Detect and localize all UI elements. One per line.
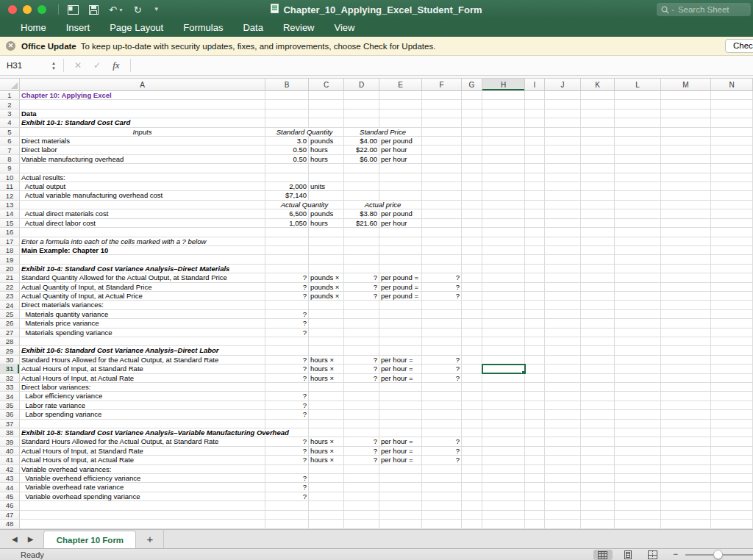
cell-N1[interactable] [711,91,753,99]
cell-K23[interactable] [581,292,615,300]
cell-M40[interactable] [661,447,711,455]
col-header-M[interactable]: M [661,79,711,90]
cell-F33[interactable] [422,383,462,391]
cell-I17[interactable] [525,237,545,245]
cell-F48[interactable] [422,520,462,528]
cell-D47[interactable] [344,511,379,519]
cell-J16[interactable] [545,228,581,236]
cell-M15[interactable] [661,219,711,227]
cell-F44[interactable] [422,483,462,491]
cell-N2[interactable] [711,100,753,108]
cell-E42[interactable] [379,465,422,473]
cell-L13[interactable] [615,201,661,209]
cell-E17[interactable] [379,237,422,245]
row-header-8[interactable]: 8 [0,155,20,163]
row-header-26[interactable]: 26 [0,319,20,327]
cell-G33[interactable] [462,383,482,391]
cell-B20[interactable] [265,265,309,273]
cell-D32[interactable]: ? [344,374,379,382]
cell-E22[interactable]: per pound = [379,283,422,291]
cell-H34[interactable] [482,392,525,400]
cell-J31[interactable] [545,365,581,373]
cell-G4[interactable] [462,118,482,126]
select-all-corner[interactable] [0,79,20,90]
cell-G8[interactable] [462,155,482,163]
cell-N5[interactable] [711,128,753,136]
cell-C15[interactable]: hours [309,219,344,227]
cell-B33[interactable] [265,383,309,391]
cell-G19[interactable] [462,255,482,263]
cell-K5[interactable] [581,128,615,136]
cell-F20[interactable] [422,265,462,273]
cell-K8[interactable] [581,155,615,163]
cell-G15[interactable] [462,219,482,227]
col-header-K[interactable]: K [581,79,615,90]
cell-D44[interactable] [344,483,379,491]
cell-H22[interactable] [482,283,525,291]
cell-J24[interactable] [545,301,581,309]
row-header-24[interactable]: 24 [0,301,20,309]
row-header-3[interactable]: 3 [0,110,20,118]
cell-L5[interactable] [615,128,661,136]
cell-E3[interactable] [379,110,422,118]
cell-K34[interactable] [581,392,615,400]
cell-D19[interactable] [344,255,379,263]
cell-N15[interactable] [711,219,753,227]
cell-I18[interactable] [525,246,545,254]
cell-C11[interactable]: units [309,182,344,190]
cell-L28[interactable] [615,337,661,345]
cell-J18[interactable] [545,246,581,254]
cell-E40[interactable]: per hour = [379,447,422,455]
cell-B27[interactable]: ? [265,329,309,337]
cell-M10[interactable] [661,173,711,182]
cell-B36[interactable]: ? [265,410,309,418]
cell-D1[interactable] [344,91,379,99]
cell-J32[interactable] [545,374,581,382]
cell-N3[interactable] [711,110,753,118]
cell-E20[interactable] [379,265,422,273]
cell-C25[interactable] [309,310,344,318]
cell-B23[interactable]: ? [265,292,309,300]
cell-E24[interactable] [379,301,422,309]
cell-C17[interactable] [309,237,344,245]
cell-F10[interactable] [422,173,462,182]
cell-K9[interactable] [581,164,615,172]
cell-L7[interactable] [615,146,661,154]
row-header-11[interactable]: 11 [0,182,20,190]
cell-A17[interactable]: Enter a formula into each of the cells m… [20,237,265,245]
cell-A22[interactable]: Actual Quantity of Input, at Standard Pr… [20,283,265,291]
cell-D22[interactable]: ? [344,283,379,291]
cell-D40[interactable]: ? [344,447,379,455]
cell-K32[interactable] [581,374,615,382]
cell-M33[interactable] [661,383,711,391]
cell-G9[interactable] [462,164,482,172]
cell-F26[interactable] [422,319,462,327]
cell-B44[interactable]: ? [265,483,309,491]
cell-J39[interactable] [545,437,581,445]
cell-G16[interactable] [462,228,482,236]
cell-M5[interactable] [661,128,711,136]
cell-F22[interactable]: ? [422,283,462,291]
cell-G45[interactable] [462,492,482,500]
cell-E12[interactable] [379,191,422,199]
col-header-A[interactable]: A [20,79,265,90]
cell-E43[interactable] [379,474,422,482]
cell-F47[interactable] [422,511,462,519]
cell-J25[interactable] [545,310,581,318]
cell-M16[interactable] [661,228,711,236]
cell-K35[interactable] [581,401,615,409]
cell-H38[interactable] [482,428,525,437]
cell-D2[interactable] [344,100,379,108]
cell-C36[interactable] [309,410,344,418]
next-sheet-icon[interactable]: ▶ [28,535,34,543]
cell-C2[interactable] [309,100,344,108]
cell-J35[interactable] [545,401,581,409]
zoom-window-button[interactable] [38,5,46,14]
cell-E41[interactable]: per hour = [379,456,422,464]
cell-F13[interactable] [422,201,462,209]
cell-H1[interactable] [482,91,525,99]
cell-M35[interactable] [661,401,711,409]
row-header-40[interactable]: 40 [0,447,20,455]
cell-E21[interactable]: per pound = [379,273,422,281]
cell-G23[interactable] [462,292,482,300]
